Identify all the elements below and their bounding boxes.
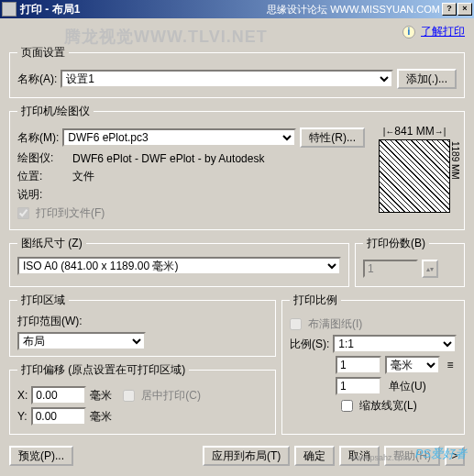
- dim-width: |←841 MM→|: [372, 125, 457, 139]
- properties-button[interactable]: 特性(R)...: [300, 127, 365, 148]
- center-check: [123, 390, 135, 402]
- mm-input[interactable]: [336, 356, 381, 374]
- paper-preview: |←841 MM→| 1189 MM: [372, 125, 457, 224]
- info-icon: i: [402, 26, 415, 39]
- x-unit: 毫米: [90, 388, 112, 404]
- fit-check: [290, 318, 302, 330]
- print-area-group: 打印区域 打印范围(W): 布局: [9, 293, 276, 357]
- ok-button[interactable]: 确定: [294, 446, 335, 466]
- scale-group: 打印比例 布满图纸(I) 比例(S): 1:1 毫米 ≡ 单位(U): [281, 293, 465, 435]
- equals-icon: ≡: [444, 359, 457, 371]
- window-title: 打印 - 布局1: [20, 2, 267, 17]
- printer-legend: 打印机/绘图仪: [17, 104, 94, 119]
- scale-legend: 打印比例: [290, 293, 341, 308]
- add-button[interactable]: 添加(.)...: [397, 69, 457, 89]
- copies-legend: 打印份数(B): [363, 236, 429, 251]
- copies-spinner: ▴▾: [422, 260, 438, 278]
- unit-label: 单位(U): [385, 379, 457, 394]
- location-value: 文件: [72, 169, 94, 184]
- print-range-select[interactable]: 布局: [17, 332, 146, 350]
- page-setup-group: 页面设置 名称(A): 设置1 添加(.)...: [9, 45, 465, 98]
- scale-label: 比例(S):: [290, 337, 329, 352]
- app-icon: [2, 2, 17, 17]
- page-setup-legend: 页面设置: [17, 45, 69, 61]
- paper-size-group: 图纸尺寸 (Z) ISO A0 (841.00 x 1189.00 毫米): [9, 236, 349, 287]
- offset-group: 打印偏移 (原点设置在可打印区域) X: 毫米 居中打印(C) Y: 毫米: [9, 362, 276, 435]
- print-to-file-label: 打印到文件(F): [36, 205, 105, 221]
- printer-group: 打印机/绘图仪 名称(M): DWF6 ePlot.pc3 特性(R)... 绘…: [9, 104, 465, 230]
- print-range-label: 打印范围(W):: [17, 314, 268, 329]
- subtitle: 思缘设计论坛 WWW.MISSYUAN.COM: [267, 3, 440, 17]
- center-label: 居中打印(C): [141, 388, 201, 404]
- dim-height: 1189 MM: [450, 141, 460, 180]
- x-label: X:: [17, 389, 28, 402]
- copies-group: 打印份数(B) ▴▾: [355, 236, 465, 287]
- copies-input: [363, 260, 418, 278]
- plotter-value: DWF6 ePlot - DWF ePlot - by Autodesk: [72, 152, 264, 165]
- printer-name-label: 名称(M):: [17, 130, 59, 146]
- fit-label: 布满图纸(I): [308, 316, 362, 332]
- titlebar: 打印 - 布局1 思缘设计论坛 WWW.MISSYUAN.COM ? ×: [0, 0, 474, 18]
- watermark-url: www.psahz.com: [350, 453, 410, 462]
- location-label: 位置:: [17, 169, 69, 184]
- apply-button[interactable]: 应用到布局(T): [203, 446, 290, 466]
- close-button[interactable]: ×: [457, 3, 472, 16]
- lineweight-check[interactable]: [341, 400, 353, 412]
- setup-name-select[interactable]: 设置1: [61, 70, 392, 88]
- y-label: Y:: [17, 410, 28, 423]
- paper-size-select[interactable]: ISO A0 (841.00 x 1189.00 毫米): [17, 257, 341, 275]
- y-unit: 毫米: [90, 409, 112, 425]
- lineweight-label: 缩放线宽(L): [359, 398, 417, 414]
- printer-name-select[interactable]: DWF6 ePlot.pc3: [62, 128, 296, 147]
- y-input[interactable]: [31, 407, 86, 426]
- help-button[interactable]: ?: [442, 3, 457, 16]
- paper-size-legend: 图纸尺寸 (Z): [17, 236, 86, 251]
- print-area-legend: 打印区域: [17, 293, 69, 308]
- print-to-file-check: [17, 207, 29, 219]
- plotter-label: 绘图仪:: [17, 150, 69, 166]
- scale-select[interactable]: 1:1: [333, 335, 457, 353]
- setup-name-label: 名称(A):: [17, 72, 57, 87]
- unit-input[interactable]: [336, 377, 381, 395]
- learn-print-link[interactable]: 了解打印: [421, 24, 465, 39]
- x-input[interactable]: [31, 386, 86, 404]
- mm-unit-select[interactable]: 毫米: [385, 356, 440, 374]
- preview-button[interactable]: 预览(P)...: [9, 446, 73, 466]
- watermark-logo: PS爱好者: [415, 446, 467, 462]
- desc-label: 说明:: [17, 187, 69, 203]
- offset-legend: 打印偏移 (原点设置在可打印区域): [17, 362, 189, 378]
